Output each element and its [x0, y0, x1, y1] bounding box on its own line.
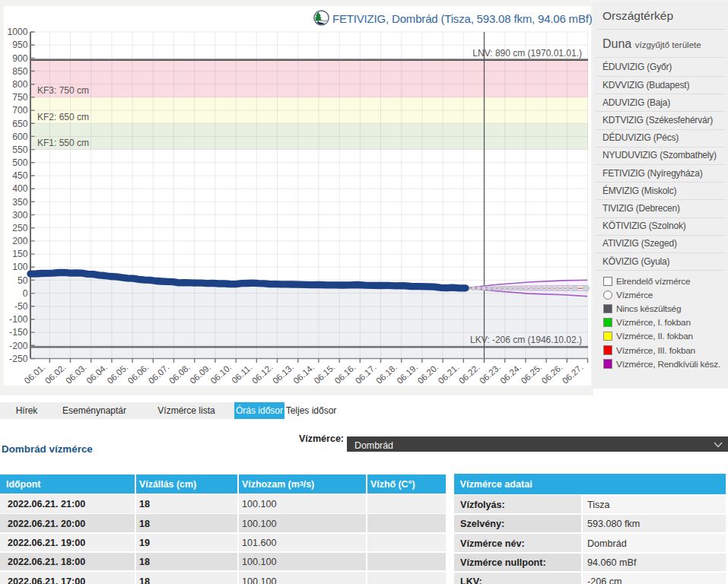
svg-text:06.24.: 06.24. [498, 362, 523, 386]
svg-text:06.07.: 06.07. [146, 362, 171, 386]
svg-text:06.10.: 06.10. [208, 362, 234, 386]
svg-text:06.09.: 06.09. [188, 362, 213, 386]
svg-text:150: 150 [12, 249, 28, 259]
svg-text:06.13.: 06.13. [270, 362, 295, 386]
svg-text:06.15.: 06.15. [312, 362, 337, 386]
svg-text:LNV: 890 cm (1970.01.01.): LNV: 890 cm (1970.01.01.) [472, 48, 582, 59]
svg-text:450: 450 [12, 170, 28, 181]
svg-text:850: 850 [12, 66, 28, 77]
svg-text:06.05.: 06.05. [105, 362, 130, 386]
svg-text:06.26.: 06.26. [539, 362, 564, 386]
svg-text:06.23.: 06.23. [477, 362, 502, 386]
svg-text:1000: 1000 [7, 27, 27, 37]
svg-text:50: 50 [17, 275, 28, 286]
svg-text:350: 350 [12, 197, 28, 208]
svg-text:900: 900 [12, 53, 28, 64]
svg-text:-150: -150 [9, 327, 28, 338]
svg-text:06.16.: 06.16. [332, 362, 358, 386]
svg-text:06.19.: 06.19. [395, 362, 420, 386]
svg-text:06.14.: 06.14. [291, 362, 316, 386]
svg-text:06.18.: 06.18. [374, 362, 399, 386]
svg-text:06.02.: 06.02. [43, 362, 68, 386]
svg-text:KF3: 750 cm: KF3: 750 cm [37, 85, 89, 96]
svg-text:06.08.: 06.08. [167, 362, 192, 386]
svg-text:950: 950 [12, 40, 28, 50]
svg-text:650: 650 [12, 119, 28, 129]
svg-text:-250: -250 [9, 354, 28, 364]
svg-text:06.25.: 06.25. [519, 362, 544, 386]
svg-text:800: 800 [12, 79, 28, 90]
svg-text:06.21.: 06.21. [436, 362, 461, 386]
svg-text:06.04.: 06.04. [84, 362, 110, 386]
svg-text:0: 0 [23, 288, 28, 299]
svg-text:06.20.: 06.20. [415, 362, 440, 386]
svg-text:LKV: -206 cm (1946.10.02.): LKV: -206 cm (1946.10.02.) [470, 335, 582, 345]
svg-text:250: 250 [12, 223, 28, 233]
svg-text:500: 500 [12, 157, 28, 168]
svg-text:700: 700 [12, 105, 28, 116]
svg-text:06.22.: 06.22. [456, 362, 482, 386]
svg-text:750: 750 [12, 92, 28, 103]
svg-text:-200: -200 [9, 341, 28, 351]
svg-text:06.06.: 06.06. [126, 362, 151, 386]
svg-text:100: 100 [12, 262, 28, 272]
svg-text:550: 550 [12, 144, 28, 155]
svg-text:06.11.: 06.11. [230, 362, 254, 386]
svg-text:-50: -50 [14, 301, 28, 312]
svg-text:06.27.: 06.27. [560, 362, 585, 386]
svg-text:06.17.: 06.17. [353, 362, 378, 386]
svg-text:600: 600 [12, 132, 28, 142]
svg-text:400: 400 [12, 183, 28, 194]
svg-text:KF2: 650 cm: KF2: 650 cm [37, 112, 89, 122]
svg-text:200: 200 [12, 236, 28, 246]
svg-text:06.03.: 06.03. [63, 362, 88, 386]
svg-text:300: 300 [12, 210, 28, 221]
svg-text:-100: -100 [9, 314, 28, 325]
svg-text:06.12.: 06.12. [250, 362, 275, 386]
svg-text:06.01.: 06.01. [22, 362, 47, 386]
svg-text:KF1: 550 cm: KF1: 550 cm [37, 138, 89, 148]
